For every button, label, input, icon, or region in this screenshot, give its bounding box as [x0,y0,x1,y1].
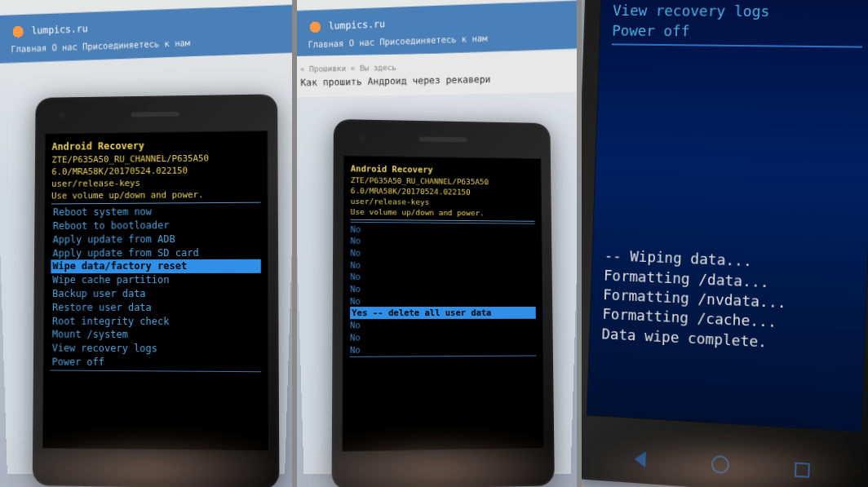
menu-item-view-recovery-logs[interactable]: View recovery logs [51,342,262,356]
site-name: lumpics.ru [31,23,87,37]
front-camera-icon [60,112,66,118]
confirm-no-2[interactable]: No [350,235,534,248]
hand [297,438,578,487]
phone-bezel-top [333,119,550,158]
browser-nav: Главная О нас Присоединяетесь к нам [11,34,281,54]
recovery-instructions: Use volume up/down and power. [51,188,260,205]
confirm-no-1[interactable]: No [350,223,534,236]
phone-screen-recovery-menu: Android Recovery ZTE/P635A50_RU_CHANNEL/… [42,131,269,451]
confirm-no-10[interactable]: No [350,343,536,356]
menu-item-wipe-cache-partition[interactable]: Wipe cache partition [51,273,261,287]
confirm-no-5[interactable]: No [350,271,535,283]
confirm-no-4[interactable]: No [350,259,535,271]
menu-item-apply-update-from-sd-card[interactable]: Apply update from SD card [51,246,261,259]
earpiece-icon [418,136,467,142]
menu-item-apply-update-from-adb[interactable]: Apply update from ADB [51,232,261,246]
menu-item-mount-system[interactable]: Mount /system [51,328,261,343]
site-name: lumpics.ru [328,18,385,32]
confirm-no-7[interactable]: No [350,295,536,308]
confirm-no-9[interactable]: No [350,330,536,343]
lumpics-logo-icon [11,24,26,40]
article-title: Как прошить Андроид через рекавери [300,73,574,89]
phone-bezel-top [35,94,277,133]
menu-item-restore-user-data[interactable]: Restore user data [51,301,261,315]
browser-header: lumpics.ru Главная О нас Присоединяетесь… [0,5,292,64]
phone-device-3: View recovery logs Power off -- Wiping d… [582,0,868,487]
recovery-menu[interactable]: Reboot system nowReboot to bootloaderApp… [51,205,262,372]
breadcrumb: « Прошивки « Вы здесь [299,60,574,73]
menu-power-off[interactable]: Power off [612,20,863,43]
phone-device-2: Android Recovery ZTE/P635A50_RU_CHANNEL/… [331,119,554,487]
photo-panel-2: lumpics.ru Главная О нас Присоединяетесь… [297,0,578,487]
menu-item-wipe-data-factory-reset[interactable]: Wipe data/factory reset [51,259,260,273]
menu-view-logs[interactable]: View recovery logs [613,0,864,22]
lumpics-logo-icon [307,19,322,35]
menu-item-reboot-system-now[interactable]: Reboot system now [51,205,261,219]
browser-header: lumpics.ru Главная О нас Присоединяетесь… [297,0,578,59]
phone-screen-wipe-log: View recovery logs Power off -- Wiping d… [587,0,868,432]
hand [582,438,868,487]
menu-item-power-off[interactable]: Power off [51,356,262,370]
phone-screen-confirm: Android Recovery ZTE/P635A50_RU_CHANNEL/… [342,155,544,451]
front-camera-icon [358,135,365,141]
menu-item-backup-user-data[interactable]: Backup user data [51,287,261,301]
browser-content: « Прошивки « Вы здесь Как прошить Андрои… [297,51,578,98]
hand [0,438,292,487]
phone-device-1: Android Recovery ZTE/P635A50_RU_CHANNEL/… [33,94,280,487]
menu-item-root-integrity-check[interactable]: Root integrity check [51,314,261,329]
photo-panel-1: lumpics.ru Главная О нас Присоединяетесь… [0,0,292,487]
divider [350,356,536,357]
earpiece-icon [131,111,179,117]
confirm-no-6[interactable]: No [350,283,535,295]
confirm-yes[interactable]: Yes -- delete all user data [350,307,536,319]
divider [612,44,862,48]
menu-item-reboot-to-bootloader[interactable]: Reboot to bootloader [51,219,261,233]
confirm-no-3[interactable]: No [350,247,535,260]
photo-panel-3: View recovery logs Power off -- Wiping d… [582,0,868,487]
browser-nav: Главная О нас Присоединяетесь к нам [308,30,566,49]
wipe-log-output: -- Wiping data... Formatting /data... Fo… [602,246,856,356]
confirm-no-8[interactable]: No [350,319,536,331]
recovery-instructions: Use volume up/down and power. [350,206,534,221]
